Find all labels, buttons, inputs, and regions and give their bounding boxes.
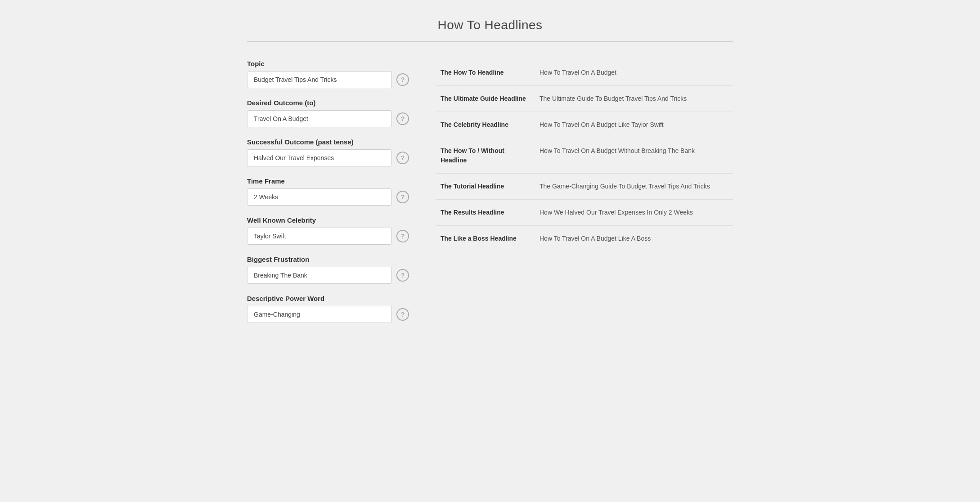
headline-type-3: The How To / Without Headline — [436, 138, 535, 174]
headline-type-4: The Tutorial Headline — [436, 174, 535, 200]
help-button-desired_outcome[interactable]: ? — [396, 112, 409, 125]
field-label-successful_outcome: Successful Outcome (past tense) — [247, 138, 409, 146]
headline-type-5: The Results Headline — [436, 200, 535, 226]
divider — [247, 41, 733, 42]
table-row: The How To HeadlineHow To Travel On A Bu… — [436, 60, 733, 86]
main-content: Topic?Desired Outcome (to)?Successful Ou… — [247, 60, 733, 334]
field-group-successful_outcome: Successful Outcome (past tense)? — [247, 138, 409, 166]
help-button-successful_outcome[interactable]: ? — [396, 152, 409, 164]
help-button-power_word[interactable]: ? — [396, 308, 409, 321]
headline-value-3: How To Travel On A Budget Without Breaki… — [535, 138, 733, 174]
field-input-celebrity[interactable] — [247, 228, 392, 245]
page-title: How To Headlines — [247, 18, 733, 32]
field-group-topic: Topic? — [247, 60, 409, 88]
field-label-time_frame: Time Frame — [247, 177, 409, 185]
table-row: The Celebrity HeadlineHow To Travel On A… — [436, 112, 733, 138]
field-group-celebrity: Well Known Celebrity? — [247, 216, 409, 245]
field-input-successful_outcome[interactable] — [247, 149, 392, 166]
field-input-time_frame[interactable] — [247, 188, 392, 206]
headline-value-6: How To Travel On A Budget Like A Boss — [535, 226, 733, 252]
results-table: The How To HeadlineHow To Travel On A Bu… — [436, 60, 733, 251]
field-group-time_frame: Time Frame? — [247, 177, 409, 206]
left-panel: Topic?Desired Outcome (to)?Successful Ou… — [247, 60, 409, 334]
headline-type-6: The Like a Boss Headline — [436, 226, 535, 252]
field-group-desired_outcome: Desired Outcome (to)? — [247, 99, 409, 127]
page-container: How To Headlines Topic?Desired Outcome (… — [220, 0, 760, 352]
headline-type-2: The Celebrity Headline — [436, 112, 535, 138]
help-button-topic[interactable]: ? — [396, 73, 409, 86]
headline-value-2: How To Travel On A Budget Like Taylor Sw… — [535, 112, 733, 138]
fields-container: Topic?Desired Outcome (to)?Successful Ou… — [247, 60, 409, 323]
field-group-power_word: Descriptive Power Word? — [247, 295, 409, 323]
field-input-power_word[interactable] — [247, 306, 392, 323]
field-row-celebrity: ? — [247, 228, 409, 245]
field-input-topic[interactable] — [247, 71, 392, 88]
headline-type-1: The Ultimate Guide Headline — [436, 86, 535, 112]
headline-value-4: The Game-Changing Guide To Budget Travel… — [535, 174, 733, 200]
help-button-time_frame[interactable]: ? — [396, 191, 409, 203]
headline-value-0: How To Travel On A Budget — [535, 60, 733, 86]
headline-value-1: The Ultimate Guide To Budget Travel Tips… — [535, 86, 733, 112]
right-panel: The How To HeadlineHow To Travel On A Bu… — [436, 60, 733, 334]
table-row: The Ultimate Guide HeadlineThe Ultimate … — [436, 86, 733, 112]
field-label-frustration: Biggest Frustration — [247, 255, 409, 263]
table-row: The Like a Boss HeadlineHow To Travel On… — [436, 226, 733, 252]
headlines-container: The How To HeadlineHow To Travel On A Bu… — [436, 60, 733, 251]
help-button-celebrity[interactable]: ? — [396, 230, 409, 242]
headline-value-5: How We Halved Our Travel Expenses In Onl… — [535, 200, 733, 226]
headline-type-0: The How To Headline — [436, 60, 535, 86]
field-row-desired_outcome: ? — [247, 110, 409, 127]
table-row: The Tutorial HeadlineThe Game-Changing G… — [436, 174, 733, 200]
field-row-time_frame: ? — [247, 188, 409, 206]
field-row-frustration: ? — [247, 267, 409, 284]
field-label-power_word: Descriptive Power Word — [247, 295, 409, 302]
field-row-power_word: ? — [247, 306, 409, 323]
field-group-frustration: Biggest Frustration? — [247, 255, 409, 284]
table-row: The Results HeadlineHow We Halved Our Tr… — [436, 200, 733, 226]
field-label-topic: Topic — [247, 60, 409, 67]
field-row-topic: ? — [247, 71, 409, 88]
field-input-desired_outcome[interactable] — [247, 110, 392, 127]
field-label-celebrity: Well Known Celebrity — [247, 216, 409, 224]
help-button-frustration[interactable]: ? — [396, 269, 409, 282]
field-row-successful_outcome: ? — [247, 149, 409, 166]
field-input-frustration[interactable] — [247, 267, 392, 284]
field-label-desired_outcome: Desired Outcome (to) — [247, 99, 409, 107]
table-row: The How To / Without HeadlineHow To Trav… — [436, 138, 733, 174]
